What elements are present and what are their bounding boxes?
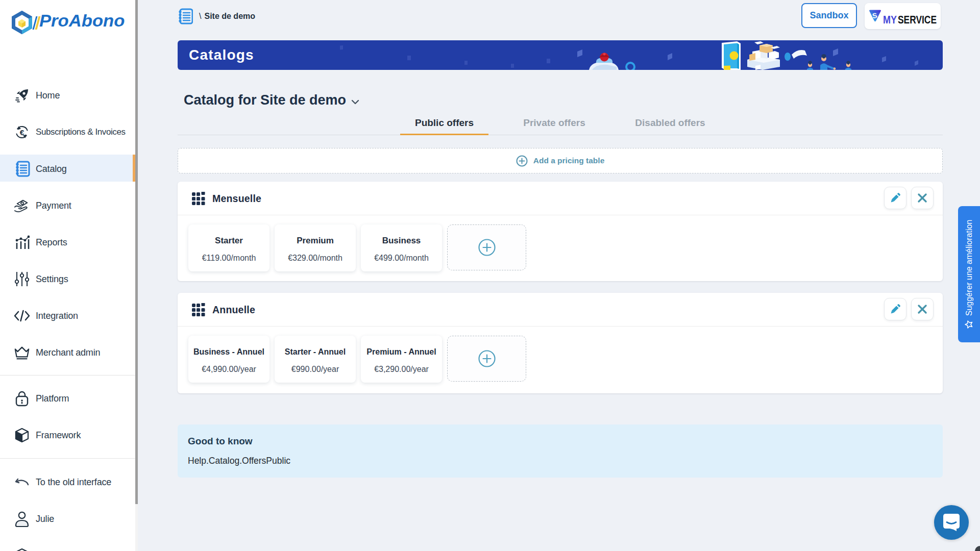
svg-text:SERVICE: SERVICE — [898, 13, 937, 26]
svg-text:MY: MY — [883, 13, 897, 26]
svg-text:€: € — [20, 128, 24, 137]
